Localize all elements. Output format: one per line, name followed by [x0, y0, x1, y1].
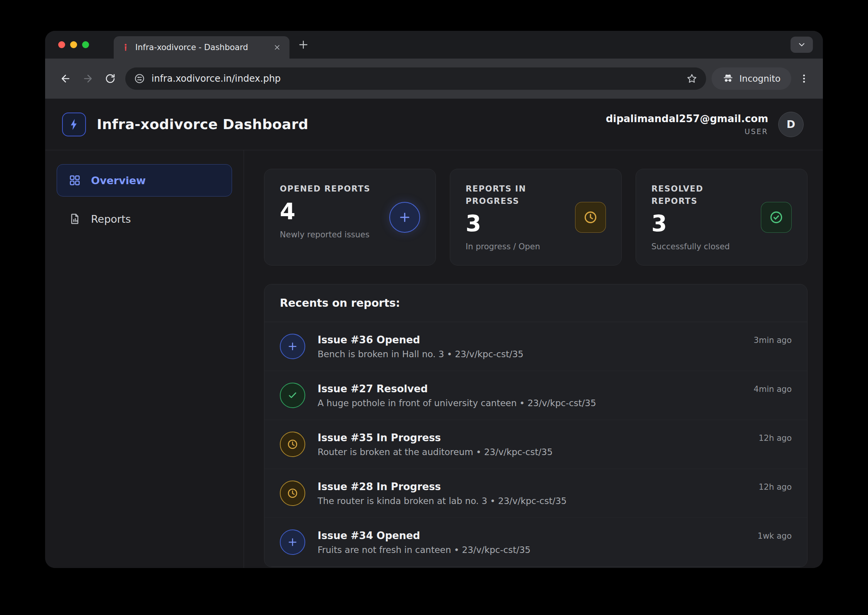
report-subtitle: The router is kinda broken at lab no. 3 …: [318, 496, 746, 506]
sidebar-item-label: Overview: [91, 175, 146, 187]
close-window-button[interactable]: [58, 41, 65, 48]
report-time: 12h ago: [759, 434, 792, 443]
report-title: Issue #27 Resolved: [318, 383, 741, 395]
reload-icon[interactable]: [99, 67, 121, 90]
main-content: OPENED REPORTS 4 Newly reported issues R…: [244, 150, 823, 568]
browser-toolbar: infra.xodivorce.in/index.php Incognito: [45, 59, 823, 99]
report-subtitle: A huge pothole in front of university ca…: [318, 398, 741, 408]
incognito-icon: [722, 73, 734, 84]
plus-icon: [389, 202, 420, 233]
stat-card-opened: OPENED REPORTS 4 Newly reported issues: [264, 169, 436, 265]
dashboard-page: Infra-xodivorce Dashboard dipalimandal25…: [45, 99, 823, 568]
check-icon: [280, 383, 305, 408]
report-title: Issue #36 Opened: [318, 334, 741, 346]
stat-caption: Successfully closed: [651, 242, 792, 251]
page-title: Infra-xodivorce Dashboard: [97, 116, 308, 132]
bookmark-star-icon[interactable]: [686, 73, 698, 84]
stat-card-in-progress: REPORTS IN PROGRESS 3 In progress / Open: [450, 169, 622, 265]
clock-icon: [280, 481, 305, 506]
tab-close-icon[interactable]: [271, 41, 283, 54]
avatar[interactable]: D: [778, 112, 804, 137]
brand: Infra-xodivorce Dashboard: [62, 113, 308, 136]
forward-icon[interactable]: [77, 67, 99, 90]
stat-card-resolved: RESOLVED REPORTS 3 Successfully closed: [636, 169, 807, 265]
recent-reports-panel: Recents on reports: Issue #36 Opened Ben…: [264, 284, 807, 567]
account-email: dipalimandal257@gmail.com: [606, 113, 768, 124]
report-list-item[interactable]: Issue #34 Opened Fruits are not fresh in…: [264, 518, 807, 567]
site-settings-icon[interactable]: [134, 73, 145, 84]
incognito-label: Incognito: [739, 74, 781, 84]
report-time: 1wk ago: [758, 531, 792, 541]
new-tab-button[interactable]: [296, 37, 311, 52]
report-time: 12h ago: [759, 482, 792, 492]
report-title: Issue #34 Opened: [318, 530, 745, 541]
account-role: USER: [606, 127, 768, 136]
report-subtitle: Router is broken at the auditoreum • 23/…: [318, 447, 746, 457]
minimize-window-button[interactable]: [70, 41, 77, 48]
grid-icon: [69, 174, 81, 187]
check-circle-icon: [761, 202, 792, 233]
report-list-item[interactable]: Issue #27 Resolved A huge pothole in fro…: [264, 371, 807, 420]
tab-favicon-icon: [121, 43, 130, 52]
report-subtitle: Fruits are not fresh in canteen • 23/v/k…: [318, 545, 745, 555]
zoom-window-button[interactable]: [82, 41, 89, 48]
recents-title: Recents on reports:: [264, 284, 807, 322]
report-list-item[interactable]: Issue #36 Opened Bench is broken in Hall…: [264, 322, 807, 371]
stat-caption: In progress / Open: [466, 242, 606, 251]
report-list-item[interactable]: Issue #28 In Progress The router is kind…: [264, 469, 807, 518]
page-header: Infra-xodivorce Dashboard dipalimandal25…: [45, 99, 823, 150]
browser-window: Infra-xodivorce - Dashboard infra.xodivo…: [45, 31, 823, 568]
sidebar: Overview Reports: [45, 150, 244, 568]
url-text: infra.xodivorce.in/index.php: [151, 73, 680, 84]
sidebar-item-label: Reports: [91, 213, 131, 225]
window-controls: [58, 41, 89, 48]
report-time: 4min ago: [754, 385, 792, 394]
clock-icon: [575, 202, 606, 233]
stat-label: REPORTS IN PROGRESS: [466, 183, 558, 207]
tab-title: Infra-xodivorce - Dashboard: [135, 43, 266, 52]
browser-menu-icon[interactable]: [794, 67, 814, 90]
document-icon: [69, 213, 81, 225]
tab-search-button[interactable]: [791, 37, 813, 53]
report-subtitle: Bench is broken in Hall no. 3 • 23/v/kpc…: [318, 349, 741, 359]
stat-label: OPENED REPORTS: [280, 183, 372, 195]
stat-cards: OPENED REPORTS 4 Newly reported issues R…: [264, 169, 807, 265]
incognito-badge: Incognito: [712, 67, 791, 90]
bolt-logo-icon: [62, 113, 86, 136]
stat-label: RESOLVED REPORTS: [651, 183, 744, 207]
report-title: Issue #35 In Progress: [318, 432, 746, 444]
tab-strip: Infra-xodivorce - Dashboard: [45, 31, 823, 59]
sidebar-item-reports[interactable]: Reports: [57, 203, 232, 235]
clock-icon: [280, 432, 305, 457]
account-area: dipalimandal257@gmail.com USER D: [606, 112, 806, 137]
plus-icon: [280, 529, 305, 555]
report-time: 3min ago: [754, 336, 792, 345]
browser-tab[interactable]: Infra-xodivorce - Dashboard: [114, 36, 289, 59]
report-title: Issue #28 In Progress: [318, 481, 746, 492]
back-icon[interactable]: [54, 67, 77, 90]
url-bar[interactable]: infra.xodivorce.in/index.php: [125, 67, 706, 90]
plus-icon: [280, 334, 305, 359]
report-list-item[interactable]: Issue #35 In Progress Router is broken a…: [264, 420, 807, 469]
sidebar-item-overview[interactable]: Overview: [57, 164, 232, 197]
